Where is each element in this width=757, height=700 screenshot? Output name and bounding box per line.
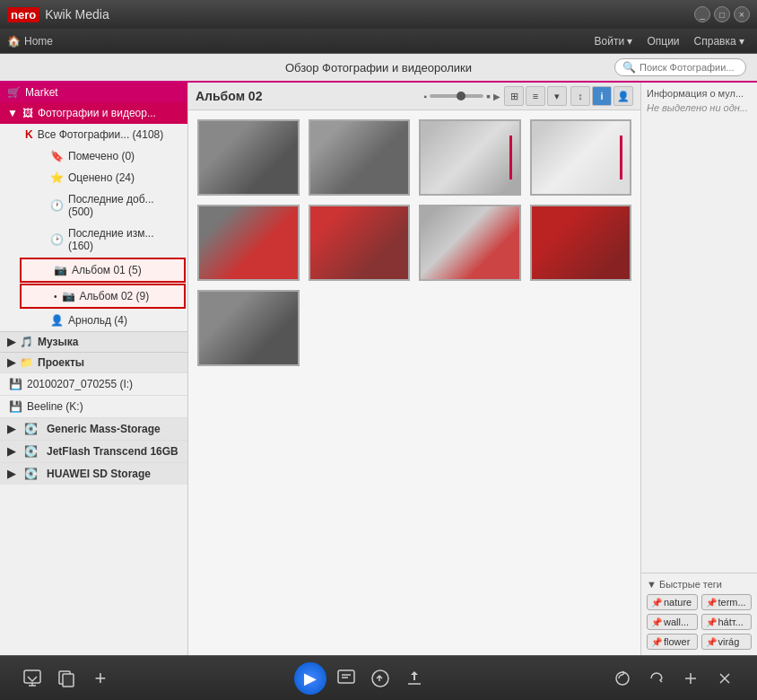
home-menu-item[interactable]: 🏠 Home — [7, 35, 53, 48]
drive-20100207-label: 20100207_070255 (I:) — [27, 378, 133, 390]
photo-2-content — [310, 121, 409, 194]
sort-button[interactable]: ↕ — [570, 86, 590, 106]
minimize-button[interactable]: _ — [694, 6, 710, 22]
sidebar-all-photos[interactable]: K Все Фотографии... (4108) — [18, 124, 187, 145]
import-button[interactable] — [18, 664, 47, 693]
tag-wall-label: wall... — [664, 617, 689, 627]
slider-min-icon: ▪ — [423, 92, 427, 101]
search-box[interactable]: 🔍 — [614, 58, 746, 76]
drive-beeline[interactable]: 💾 Beeline (K:) — [0, 395, 187, 417]
slider-thumb[interactable] — [457, 92, 466, 101]
share-button[interactable] — [366, 664, 395, 693]
play-button[interactable]: ▶ — [294, 662, 326, 695]
photo-4[interactable] — [530, 119, 632, 196]
music-label: Музыка — [38, 336, 78, 348]
bottom-center-tools: ▶ — [294, 662, 429, 695]
slider-arrow-icon: ▶ — [493, 92, 500, 101]
photo-7-content — [421, 206, 519, 279]
svg-point-4 — [372, 670, 388, 687]
help-menu-item[interactable]: Справка — [689, 33, 750, 49]
drive-generic-mass-storage[interactable]: ▶ 💽 Generic Mass-Storage — [0, 417, 187, 440]
add-button[interactable]: + — [86, 664, 115, 693]
sidebar-album02[interactable]: • 📷 Альбом 02 (9) — [20, 284, 186, 309]
sidebar-bookmarked[interactable]: 🔖 Помечено (0) — [18, 145, 187, 167]
grid-view-button[interactable]: ⊞ — [504, 86, 524, 106]
login-menu-item[interactable]: Войти — [589, 33, 639, 49]
music-icon: 🎵 — [20, 336, 33, 348]
photo-3-content — [421, 121, 519, 194]
window-controls: _ □ × — [694, 6, 750, 22]
nero-k-icon: K — [25, 128, 33, 141]
photo-7[interactable] — [419, 205, 521, 281]
sidebar-music-section[interactable]: ▶ 🎵 Музыка — [0, 331, 187, 352]
sidebar: 🛒 Market ▼ 🖼 Фотографии и видеор... K Вс… — [0, 83, 188, 655]
slider-max-icon: ▪ — [486, 89, 491, 103]
jetflash-expand-icon: ▶ — [7, 445, 15, 458]
info-button[interactable]: i — [592, 86, 612, 106]
sidebar-photos-section[interactable]: ▼ 🖼 Фотографии и видеор... — [0, 102, 187, 124]
tag-term[interactable]: 📌 term... — [701, 594, 753, 610]
close-button[interactable]: × — [734, 6, 750, 22]
projects-expand-icon: ▶ — [7, 356, 15, 369]
page-title: Обзор Фотографии и видеоролики — [285, 61, 472, 74]
jetflash-icon: 💽 — [24, 445, 38, 458]
home-icon: 🏠 — [7, 35, 21, 48]
usb-icon: 💾 — [9, 378, 22, 390]
tag-hatt[interactable]: 📌 hátт... — [701, 614, 753, 630]
album01-label: Альбом 01 (5) — [72, 264, 142, 276]
photo-5[interactable] — [197, 205, 300, 281]
edit-button[interactable] — [332, 664, 361, 693]
svg-rect-3 — [338, 670, 354, 683]
refresh4-button[interactable] — [710, 664, 739, 693]
sidebar-recently-added[interactable]: 🕐 Последние доб... (500) — [18, 188, 187, 223]
photo-8[interactable] — [530, 205, 632, 281]
album-icon2: 📷 — [62, 290, 75, 302]
photo-6[interactable] — [309, 205, 411, 281]
content-toolbar: Альбом 02 ▪ ▪ ▶ ⊞ ≡ ▾ ↕ i 👤 — [188, 83, 640, 110]
list-view-button[interactable]: ≡ — [526, 86, 545, 106]
person-album-icon: 👤 — [50, 314, 64, 327]
photo-6-content — [310, 206, 409, 279]
refresh1-button[interactable] — [608, 664, 637, 693]
arnold-label: Арнольд (4) — [68, 314, 127, 327]
sidebar-arnold[interactable]: 👤 Арнольд (4) — [18, 310, 187, 331]
album02-dot: • — [54, 292, 57, 302]
tag-virag[interactable]: 📌 virág — [701, 634, 753, 650]
drive-jetflash[interactable]: ▶ 💽 JetFlash Transcend 16GB — [0, 440, 187, 462]
tag-nature[interactable]: 📌 nature — [647, 594, 698, 610]
upload-button[interactable] — [400, 664, 429, 693]
sidebar-market-header[interactable]: 🛒 Market — [0, 83, 187, 102]
photos-section-label: Фотографии и видеор... — [38, 107, 156, 119]
clock-add-icon: 🕐 — [50, 199, 64, 212]
maximize-button[interactable]: □ — [714, 6, 730, 22]
photo-9[interactable] — [197, 290, 300, 366]
tag-flower[interactable]: 📌 flower — [647, 634, 698, 650]
refresh3-button[interactable] — [676, 664, 705, 693]
slider-track[interactable] — [430, 94, 483, 98]
sidebar-album01[interactable]: 📷 Альбом 01 (5) — [20, 258, 186, 283]
profile-button[interactable]: 👤 — [613, 86, 633, 106]
photo-1[interactable] — [197, 119, 300, 196]
search-input[interactable] — [640, 62, 738, 73]
info-panel-title: Информация о мул... — [647, 88, 752, 99]
tag-flower-label: flower — [664, 636, 690, 647]
size-slider[interactable]: ▪ ▪ ▶ — [423, 89, 500, 103]
drive-20100207[interactable]: 💾 20100207_070255 (I:) — [0, 372, 187, 395]
refresh2-button[interactable] — [642, 664, 671, 693]
photo-3[interactable] — [419, 119, 521, 196]
copy-button[interactable] — [52, 664, 81, 693]
sidebar-recently-modified[interactable]: 🕑 Последние изм... (160) — [18, 223, 187, 257]
tag-pin-icon2: 📌 — [706, 598, 717, 608]
options-menu-item[interactable]: Опции — [641, 33, 684, 49]
bottom-left-tools: + — [18, 664, 115, 693]
bottom-right-tools — [608, 664, 739, 693]
tag-virag-label: virág — [718, 636, 740, 647]
sidebar-projects-section[interactable]: ▶ 📁 Проекты — [0, 352, 187, 372]
photo-9-content — [199, 292, 298, 364]
view-options-button[interactable]: ▾ — [547, 86, 567, 106]
photo-2[interactable] — [309, 119, 411, 196]
tag-wall[interactable]: 📌 wall... — [647, 614, 698, 630]
drive-huawei[interactable]: ▶ 💽 HUAWEI SD Storage — [0, 462, 187, 485]
sidebar-rated[interactable]: ⭐ Оценено (24) — [18, 167, 187, 188]
titlebar: nero Kwik Media _ □ × — [0, 0, 757, 29]
